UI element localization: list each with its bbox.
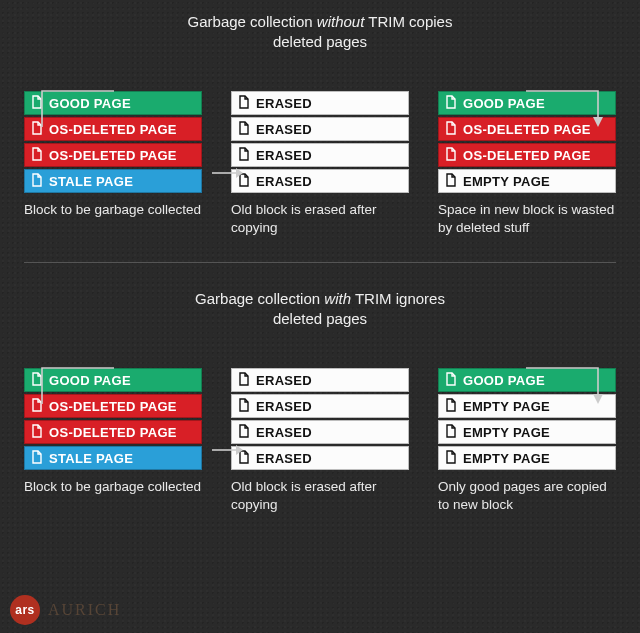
page-icon	[445, 372, 463, 389]
section-divider	[24, 262, 616, 263]
page-label: EMPTY PAGE	[463, 425, 550, 440]
footer: ars AURICH	[10, 595, 121, 625]
page-label: EMPTY PAGE	[463, 174, 550, 189]
page-row: STALE PAGE	[24, 169, 202, 193]
column-caption: Space in new block is wasted by deleted …	[438, 201, 616, 236]
page-row: OS-DELETED PAGE	[24, 420, 202, 444]
page-row: ERASED	[231, 420, 409, 444]
page-icon	[445, 424, 463, 441]
page-label: GOOD PAGE	[49, 373, 131, 388]
block-column: GOOD PAGEOS-DELETED PAGEOS-DELETED PAGEE…	[438, 91, 616, 236]
page-icon	[31, 121, 49, 138]
page-label: GOOD PAGE	[463, 373, 545, 388]
page-row: EMPTY PAGE	[438, 446, 616, 470]
page-icon	[445, 147, 463, 164]
page-row: ERASED	[231, 394, 409, 418]
page-label: ERASED	[256, 148, 312, 163]
title-emphasis: without	[317, 13, 365, 30]
page-row: ERASED	[231, 91, 409, 115]
section-title: Garbage collection without TRIM copiesde…	[0, 0, 640, 59]
page-label: GOOD PAGE	[49, 96, 131, 111]
page-icon	[31, 147, 49, 164]
block-column: ERASEDERASEDERASEDERASEDOld block is era…	[231, 91, 409, 236]
block-column: GOOD PAGEEMPTY PAGEEMPTY PAGEEMPTY PAGEO…	[438, 368, 616, 513]
page-label: STALE PAGE	[49, 174, 133, 189]
title-text: TRIM copies	[364, 13, 452, 30]
page-stack: GOOD PAGEOS-DELETED PAGEOS-DELETED PAGES…	[24, 91, 202, 193]
page-row: OS-DELETED PAGE	[24, 143, 202, 167]
block-column: GOOD PAGEOS-DELETED PAGEOS-DELETED PAGES…	[24, 368, 202, 513]
page-row: OS-DELETED PAGE	[438, 117, 616, 141]
page-label: ERASED	[256, 399, 312, 414]
column-caption: Only good pages are copied to new block	[438, 478, 616, 513]
page-label: OS-DELETED PAGE	[49, 425, 177, 440]
title-text: deleted pages	[273, 310, 367, 327]
page-row: ERASED	[231, 117, 409, 141]
page-row: GOOD PAGE	[438, 368, 616, 392]
page-row: EMPTY PAGE	[438, 394, 616, 418]
page-label: OS-DELETED PAGE	[49, 399, 177, 414]
page-label: ERASED	[256, 373, 312, 388]
arrow-right-icon	[210, 163, 244, 183]
block-column: ERASEDERASEDERASEDERASEDOld block is era…	[231, 368, 409, 513]
title-text: deleted pages	[273, 33, 367, 50]
page-row: OS-DELETED PAGE	[438, 143, 616, 167]
page-row: ERASED	[231, 169, 409, 193]
page-label: EMPTY PAGE	[463, 451, 550, 466]
section-title: Garbage collection with TRIM ignoresdele…	[0, 277, 640, 336]
column-caption: Block to be garbage collected	[24, 478, 202, 496]
page-row: ERASED	[231, 446, 409, 470]
page-icon	[238, 147, 256, 164]
page-stack: GOOD PAGEOS-DELETED PAGEOS-DELETED PAGES…	[24, 368, 202, 470]
page-label: ERASED	[256, 425, 312, 440]
block-column: GOOD PAGEOS-DELETED PAGEOS-DELETED PAGES…	[24, 91, 202, 236]
page-label: OS-DELETED PAGE	[49, 122, 177, 137]
page-stack: GOOD PAGEOS-DELETED PAGEOS-DELETED PAGEE…	[438, 91, 616, 193]
page-icon	[238, 424, 256, 441]
page-label: ERASED	[256, 451, 312, 466]
diagram-section: GOOD PAGEOS-DELETED PAGEOS-DELETED PAGES…	[0, 368, 640, 513]
page-label: STALE PAGE	[49, 451, 133, 466]
page-icon	[445, 450, 463, 467]
signature: AURICH	[48, 601, 121, 619]
page-row: STALE PAGE	[24, 446, 202, 470]
page-icon	[31, 95, 49, 112]
page-row: GOOD PAGE	[24, 368, 202, 392]
page-icon	[445, 173, 463, 190]
page-label: ERASED	[256, 96, 312, 111]
column-caption: Block to be garbage collected	[24, 201, 202, 219]
page-label: OS-DELETED PAGE	[463, 122, 591, 137]
page-row: ERASED	[231, 143, 409, 167]
title-text: Garbage collection	[195, 290, 324, 307]
page-label: OS-DELETED PAGE	[463, 148, 591, 163]
page-stack: ERASEDERASEDERASEDERASED	[231, 91, 409, 193]
page-row: EMPTY PAGE	[438, 169, 616, 193]
page-row: OS-DELETED PAGE	[24, 394, 202, 418]
page-icon	[238, 121, 256, 138]
page-label: EMPTY PAGE	[463, 399, 550, 414]
page-row: ERASED	[231, 368, 409, 392]
title-text: Garbage collection	[188, 13, 317, 30]
column-caption: Old block is erased after copying	[231, 478, 409, 513]
page-icon	[31, 398, 49, 415]
column-caption: Old block is erased after copying	[231, 201, 409, 236]
title-text: TRIM ignores	[351, 290, 445, 307]
diagram-section: GOOD PAGEOS-DELETED PAGEOS-DELETED PAGES…	[0, 91, 640, 236]
page-icon	[238, 398, 256, 415]
page-icon	[31, 450, 49, 467]
page-icon	[445, 398, 463, 415]
page-label: OS-DELETED PAGE	[49, 148, 177, 163]
page-icon	[31, 372, 49, 389]
page-row: EMPTY PAGE	[438, 420, 616, 444]
arrow-right-icon	[210, 440, 244, 460]
page-icon	[445, 121, 463, 138]
page-label: ERASED	[256, 174, 312, 189]
page-row: GOOD PAGE	[24, 91, 202, 115]
title-emphasis: with	[324, 290, 351, 307]
page-label: GOOD PAGE	[463, 96, 545, 111]
page-row: GOOD PAGE	[438, 91, 616, 115]
page-stack: ERASEDERASEDERASEDERASED	[231, 368, 409, 470]
ars-logo-icon: ars	[10, 595, 40, 625]
page-icon	[31, 173, 49, 190]
page-stack: GOOD PAGEEMPTY PAGEEMPTY PAGEEMPTY PAGE	[438, 368, 616, 470]
